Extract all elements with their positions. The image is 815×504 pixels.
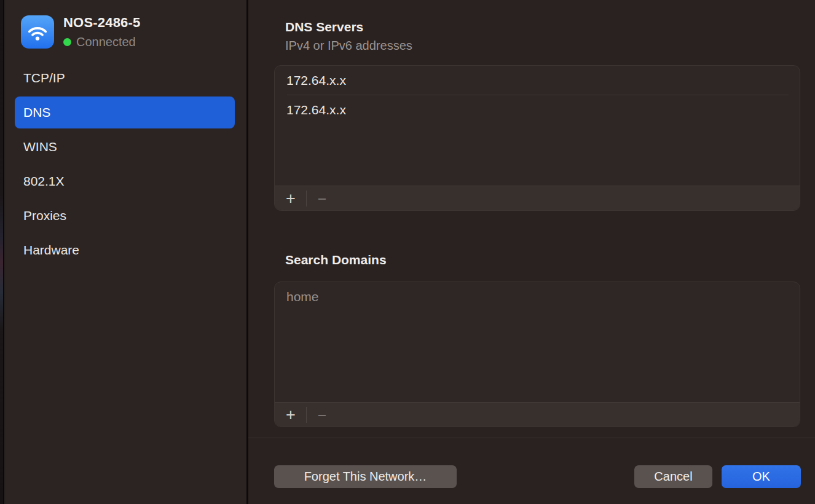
dns-add-button[interactable]: + [281, 189, 301, 208]
dns-server-row[interactable]: 172.64.x.x [275, 66, 800, 95]
status-label: Connected [76, 35, 136, 49]
sidebar-item-8021x[interactable]: 802.1X [15, 165, 235, 197]
dns-servers-header: DNS Servers IPv4 or IPv6 addresses [285, 18, 412, 54]
search-domain-remove-button[interactable]: − [312, 406, 332, 424]
search-domain-add-button[interactable]: + [281, 406, 301, 424]
wifi-icon [21, 15, 54, 49]
search-domains-title: Search Domains [285, 251, 387, 269]
dns-servers-toolbar: + − [275, 186, 800, 210]
cancel-button[interactable]: Cancel [634, 465, 712, 488]
sidebar-item-proxies[interactable]: Proxies [15, 200, 235, 232]
search-domains-toolbar: + − [275, 402, 800, 427]
network-header: NOS-2486-5 Connected [21, 15, 141, 49]
status-dot-icon [63, 38, 71, 46]
toolbar-separator [306, 191, 307, 207]
main-panel: DNS Servers IPv4 or IPv6 addresses 172.6… [248, 0, 815, 504]
network-meta: NOS-2486-5 Connected [63, 15, 141, 49]
network-status: Connected [63, 35, 141, 49]
dns-server-row[interactable]: 172.64.x.x [275, 95, 800, 124]
sidebar-nav: TCP/IPDNSWINS802.1XProxiesHardware [15, 62, 235, 266]
search-domains-rows: home [275, 282, 800, 311]
dns-servers-rows: 172.64.x.x172.64.x.x [275, 66, 800, 124]
sidebar-item-dns[interactable]: DNS [15, 96, 235, 128]
toolbar-separator [306, 407, 307, 423]
dns-servers-list: 172.64.x.x172.64.x.x + − [274, 65, 800, 211]
sidebar-item-wins[interactable]: WINS [15, 131, 235, 163]
sidebar-item-tcpip[interactable]: TCP/IP [15, 62, 235, 94]
sidebar: NOS-2486-5 Connected TCP/IPDNSWINS802.1X… [6, 0, 246, 504]
window-edge [0, 0, 4, 504]
network-name: NOS-2486-5 [63, 15, 141, 31]
dns-remove-button[interactable]: − [312, 189, 332, 208]
search-domains-list: home + − [274, 282, 800, 427]
sidebar-item-hardware[interactable]: Hardware [15, 234, 235, 266]
ok-button[interactable]: OK [722, 465, 801, 488]
footer-divider [248, 438, 815, 438]
search-domain-row[interactable]: home [275, 282, 800, 311]
forget-network-button[interactable]: Forget This Network… [274, 465, 457, 488]
dns-servers-title: DNS Servers [285, 18, 412, 36]
wifi-details-dialog: NOS-2486-5 Connected TCP/IPDNSWINS802.1X… [0, 0, 815, 504]
dns-servers-subtitle: IPv4 or IPv6 addresses [285, 37, 412, 54]
